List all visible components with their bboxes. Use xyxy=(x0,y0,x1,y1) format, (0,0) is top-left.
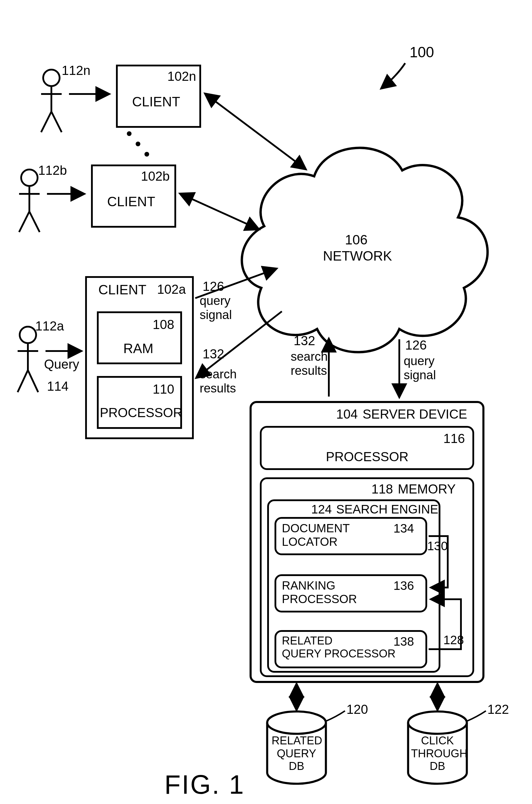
ref-network: 106 xyxy=(345,232,367,248)
ref-search-engine: 124 xyxy=(311,502,332,517)
label-server-processor: PROCESSOR xyxy=(326,449,408,464)
ref-client-processor: 110 xyxy=(153,382,174,397)
svg-point-0 xyxy=(43,70,60,86)
svg-point-30 xyxy=(408,711,467,734)
ref-doc-locator-signal: 130 xyxy=(427,539,448,553)
label-click-through-db: CLICK THROUGH DB xyxy=(411,734,464,773)
ref-search-results-1: 132 xyxy=(203,347,224,361)
label-client-a: CLIENT xyxy=(98,282,147,298)
ref-query-signal-1: 126 xyxy=(203,279,224,294)
label-client-b: CLIENT xyxy=(107,194,155,209)
ref-client-b: 102b xyxy=(141,169,170,184)
svg-point-20 xyxy=(127,131,132,136)
label-ranking-processor: RANKING PROCESSOR xyxy=(282,579,357,606)
ref-related-query-processor: 138 xyxy=(394,635,414,649)
svg-point-29 xyxy=(267,711,326,734)
svg-line-3 xyxy=(51,112,62,132)
label-query-signal-1: query signal xyxy=(200,294,232,322)
svg-point-10 xyxy=(20,326,36,343)
ref-related-query-db: 120 xyxy=(346,702,368,717)
svg-line-8 xyxy=(30,211,40,232)
label-related-query-db: RELATED QUERY DB xyxy=(271,734,322,773)
label-query-signal-2: query signal xyxy=(404,354,436,382)
ref-search-results-2: 132 xyxy=(293,333,315,349)
svg-line-19 xyxy=(180,194,259,229)
ref-client-n: 102n xyxy=(167,69,196,84)
label-network: NETWORK xyxy=(323,248,392,264)
ref-memory: 118 xyxy=(372,482,393,497)
label-client-processor: PROCESSOR xyxy=(100,405,182,420)
label-document-locator: DOCUMENT LOCATOR xyxy=(282,521,350,548)
svg-point-21 xyxy=(136,142,140,146)
svg-line-13 xyxy=(28,370,38,392)
ref-click-through-db: 122 xyxy=(487,702,509,717)
ref-user-a: 112a xyxy=(35,319,64,334)
ref-server-processor: 116 xyxy=(443,431,465,446)
svg-line-18 xyxy=(206,94,305,169)
svg-line-2 xyxy=(41,112,51,132)
ref-query: 114 xyxy=(47,379,69,394)
label-related-query-processor: RELATED QUERY PROCESSOR xyxy=(282,635,396,660)
label-server-device: SERVER DEVICE xyxy=(363,407,467,422)
label-search-engine: SEARCH ENGINE xyxy=(336,502,438,517)
ref-related-query-signal: 128 xyxy=(443,633,464,647)
label-ram: RAM xyxy=(123,341,153,356)
label-search-results-2: search results xyxy=(291,350,328,378)
svg-point-5 xyxy=(21,169,38,186)
figure-label: FIG. 1 xyxy=(165,770,245,800)
ref-server-device: 104 xyxy=(336,407,358,422)
svg-line-12 xyxy=(18,370,28,392)
label-memory: MEMORY xyxy=(398,482,456,497)
label-search-results-1: search results xyxy=(200,367,236,396)
ref-ram: 108 xyxy=(153,317,174,332)
ref-ranking-processor: 136 xyxy=(394,579,414,593)
ref-query-signal-2: 126 xyxy=(405,338,426,353)
ref-client-a: 102a xyxy=(157,282,186,297)
label-query: Query xyxy=(44,357,79,372)
ref-system: 100 xyxy=(410,44,434,61)
label-client-n: CLIENT xyxy=(132,94,180,110)
ref-user-b: 112b xyxy=(38,163,67,178)
svg-point-22 xyxy=(145,152,149,156)
svg-line-7 xyxy=(19,211,30,232)
ref-user-n: 112n xyxy=(62,63,91,78)
ref-document-locator: 134 xyxy=(394,521,414,536)
